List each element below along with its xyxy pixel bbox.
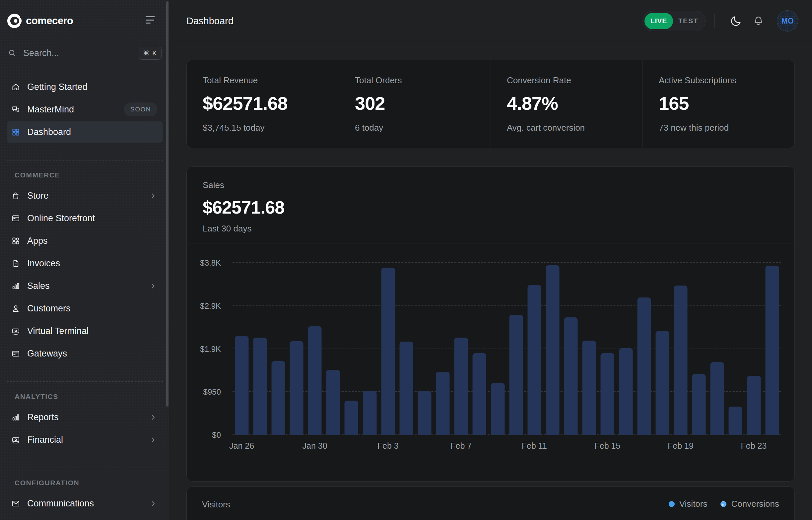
chart-bar-slot <box>690 263 708 435</box>
x-axis-tick: Feb 7 <box>450 441 472 451</box>
sales-bar-feb-15 <box>601 353 614 435</box>
comecero-logo-icon <box>7 13 22 28</box>
sidebar-item-label: Virtual Terminal <box>27 326 88 336</box>
sales-bar-jan-28 <box>271 361 285 435</box>
legend-item-visitors: Visitors <box>669 499 708 509</box>
main-area: Dashboard LIVE TEST <box>170 0 812 520</box>
avatar-initials: MO <box>781 17 793 26</box>
sidebar: comecero Search... ⌘ K Getting StartedMa… <box>0 0 170 520</box>
sales-bar-feb-17 <box>637 297 651 435</box>
sales-bar-feb-1 <box>345 400 358 435</box>
sales-bar-feb-21 <box>710 362 724 435</box>
chart-bar-slot <box>324 263 342 435</box>
y-axis-tick: $0 <box>212 431 221 440</box>
sidebar-collapse-button[interactable] <box>146 16 156 24</box>
sales-bar-jan-26 <box>235 336 248 435</box>
sidebar-item-invoices[interactable]: Invoices <box>7 252 163 275</box>
y-axis-tick: $2.9K <box>200 302 221 311</box>
sidebar-scrollbar[interactable] <box>166 1 168 407</box>
chart-bar-slot: Feb 11 <box>525 263 543 435</box>
legend-label: Visitors <box>679 499 708 509</box>
chart-bar-slot <box>269 263 287 435</box>
x-axis-tick: Jan 26 <box>229 441 254 451</box>
top-bar-actions: LIVE TEST <box>643 10 798 31</box>
sidebar-item-store[interactable]: Store <box>7 184 163 207</box>
chart-bar-slot <box>635 263 653 435</box>
sidebar-item-label: Sales <box>27 281 50 291</box>
sidebar-item-apps[interactable]: Apps <box>7 230 163 252</box>
stat-subtext: Avg. cart conversion <box>507 123 627 133</box>
stat-subtext: 73 new this period <box>659 123 779 133</box>
sidebar-item-sales[interactable]: Sales <box>7 275 163 297</box>
sales-bar-jan-27 <box>253 338 267 435</box>
sidebar-item-mastermind[interactable]: MasterMindSOON <box>7 98 163 121</box>
sidebar-item-label: Invoices <box>27 258 60 269</box>
visitors-total-value: 7,073 <box>202 518 779 520</box>
sales-bar-feb-8 <box>473 353 486 435</box>
user-avatar[interactable]: MO <box>777 10 798 31</box>
sidebar-item-online-storefront[interactable]: Online Storefront <box>7 207 163 230</box>
sidebar-item-label: Reports <box>27 412 59 422</box>
sidebar-item-communications[interactable]: Communications <box>7 492 163 515</box>
sales-bar-feb-20 <box>692 374 706 435</box>
stat-subtext: $3,745.15 today <box>203 123 323 133</box>
chart-bar-slot <box>617 263 635 435</box>
environment-toggle: LIVE TEST <box>643 11 706 31</box>
sidebar-item-label: Communications <box>27 498 94 509</box>
sidebar-item-virtual-terminal[interactable]: Virtual Terminal <box>7 320 163 342</box>
sales-bar-chart: $0$950$1.9K$2.9K$3.8KJan 26Jan 30Feb 3Fe… <box>187 243 794 481</box>
chart-bar-slot <box>562 263 580 435</box>
legend-dot-icon <box>721 501 727 507</box>
stat-card-total-revenue: Total Revenue$62571.68$3,745.15 today <box>187 60 339 148</box>
sales-bar-jan-29 <box>290 341 303 435</box>
chart-bar-slot <box>543 263 561 435</box>
sidebar-item-label: Customers <box>27 304 71 314</box>
live-mode-button[interactable]: LIVE <box>645 13 673 29</box>
legend-item-conversions: Conversions <box>721 499 779 509</box>
chart-bar-slot: Feb 23 <box>745 263 763 435</box>
section-title-commerce: COMMERCE <box>7 171 163 179</box>
cash-icon <box>11 436 20 444</box>
stat-card-conversion-rate: Conversion Rate4.87%Avg. cart conversion <box>491 60 643 148</box>
theme-toggle-button[interactable] <box>725 15 747 27</box>
storefront-icon <box>11 214 20 223</box>
app-root: comecero Search... ⌘ K Getting StartedMa… <box>0 0 812 520</box>
test-mode-button[interactable]: TEST <box>673 17 704 25</box>
sidebar-item-dashboard[interactable]: Dashboard <box>7 121 163 143</box>
visitors-card: Visitors 7,073 VisitorsConversions <box>186 487 795 520</box>
chart-bar-slot: Feb 3 <box>379 263 397 435</box>
chart-bar-slot <box>580 263 598 435</box>
chart-bar-slot <box>287 263 306 435</box>
sidebar-item-financial[interactable]: Financial <box>7 428 163 451</box>
stat-label: Total Revenue <box>203 75 323 85</box>
notifications-button[interactable] <box>747 15 769 27</box>
stat-value: 165 <box>659 94 779 113</box>
y-axis-tick: $950 <box>203 387 221 397</box>
stats-row: Total Revenue$62571.68$3,745.15 todayTot… <box>186 60 795 148</box>
sidebar-item-getting-started[interactable]: Getting Started <box>7 76 163 98</box>
sales-bar-feb-16 <box>619 348 633 435</box>
sidebar-item-customers[interactable]: Customers <box>7 297 163 320</box>
search-input[interactable]: Search... ⌘ K <box>7 43 163 63</box>
sidebar-item-label: Store <box>27 191 49 201</box>
dashboard-content: Total Revenue$62571.68$3,745.15 todayTot… <box>170 42 812 520</box>
y-axis-tick: $1.9K <box>200 344 221 354</box>
sidebar-item-gateways[interactable]: Gateways <box>7 342 163 365</box>
comecero-logo[interactable]: comecero <box>7 13 73 28</box>
chevron-right-icon <box>149 500 157 508</box>
brand-name: comecero <box>26 15 73 27</box>
sales-bar-jan-30 <box>308 326 322 435</box>
chevron-right-icon <box>149 282 157 290</box>
stat-label: Conversion Rate <box>507 75 627 85</box>
sidebar-item-reports[interactable]: Reports <box>7 406 163 428</box>
sales-card-title: Sales <box>203 180 779 190</box>
sales-bar-feb-22 <box>729 407 742 435</box>
chart-bar-slot: Feb 19 <box>671 263 689 435</box>
chart-icon <box>11 413 20 422</box>
sales-total-value: $62571.68 <box>203 198 779 216</box>
chart-y-axis: $0$950$1.9K$2.9K$3.8K <box>187 263 221 435</box>
sidebar-item-label: Getting Started <box>27 82 87 92</box>
sidebar-item-label: Online Storefront <box>27 213 95 224</box>
search-placeholder: Search... <box>23 48 132 58</box>
sales-bar-feb-12 <box>546 265 559 435</box>
